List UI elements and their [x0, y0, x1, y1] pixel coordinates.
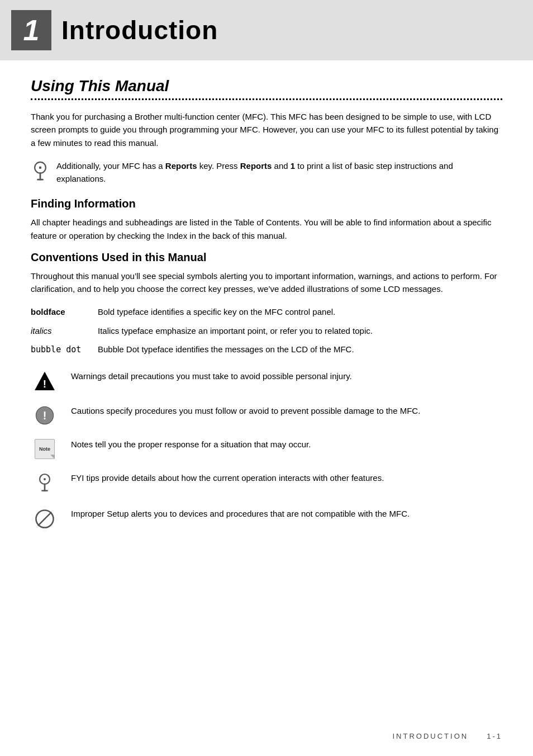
svg-text:!: !: [43, 409, 47, 422]
note-icon: Note: [35, 439, 55, 459]
svg-line-13: [38, 512, 51, 526]
symbol-row-no: Improper Setup alerts you to devices and…: [31, 507, 502, 530]
page-footer: INTRODUCTION 1-1: [392, 732, 502, 740]
chapter-header: 1 Introduction: [0, 0, 533, 60]
table-row: boldface Bold typeface identifies a spec…: [31, 304, 502, 323]
symbol-rows: ! Warnings detail precautions you must t…: [31, 370, 502, 530]
table-row: italics Italics typeface emphasize an im…: [31, 323, 502, 342]
fyi-symbol-icon: [35, 472, 54, 495]
fyi-text: Additionally, your MFC has a Reports key…: [56, 159, 502, 186]
desc-bubble-dot: Bubble Dot typeface identifies the messa…: [98, 342, 502, 362]
warning-desc: Warnings detail precautions you must tak…: [71, 370, 502, 382]
fyi-icon: [31, 160, 50, 179]
note-icon-text: Note: [39, 446, 50, 452]
intro-paragraph: Thank you for purchasing a Brother multi…: [31, 110, 502, 149]
table-row: bubble dot Bubble Dot typeface identifie…: [31, 342, 502, 362]
caution-icon: !: [35, 405, 55, 426]
svg-text:!: !: [43, 378, 46, 390]
no-desc: Improper Setup alerts you to devices and…: [71, 507, 502, 520]
symbol-row-fyi: FYI tips provide details about how the c…: [31, 471, 502, 495]
subsection-heading-conventions: Conventions Used in this Manual: [31, 251, 502, 264]
svg-point-1: [39, 166, 41, 168]
fyi-desc: FYI tips provide details about how the c…: [71, 471, 502, 484]
svg-point-9: [44, 478, 46, 480]
symbol-row-caution: ! Cautions specify procedures you must f…: [31, 404, 502, 426]
desc-boldface: Bold typeface identifies a specific key …: [98, 304, 502, 323]
fyi-symbol-cell: [31, 471, 59, 495]
warning-icon: !: [34, 371, 55, 392]
no-symbol-cell: [31, 507, 59, 530]
no-icon: [34, 508, 55, 530]
note-desc: Notes tell you the proper response for a…: [71, 438, 502, 451]
chapter-title: Introduction: [61, 15, 218, 45]
note-symbol-cell: Note: [31, 438, 59, 459]
fyi-block: Additionally, your MFC has a Reports key…: [31, 159, 502, 186]
conventions-table: boldface Bold typeface identifies a spec…: [31, 304, 502, 362]
term-bubble-dot: bubble dot: [31, 342, 98, 362]
symbol-row-note: Note Notes tell you the proper response …: [31, 438, 502, 459]
section-heading: Using This Manual: [31, 77, 502, 95]
footer-page: 1-1: [487, 732, 502, 740]
chapter-number: 1: [11, 10, 51, 50]
term-italics: italics: [31, 323, 98, 342]
caution-desc: Cautions specify procedures you must fol…: [71, 404, 502, 417]
finding-info-body: All chapter headings and subheadings are…: [31, 216, 502, 242]
desc-italics: Italics typeface emphasize an important …: [98, 323, 502, 342]
subsection-heading-finding: Finding Information: [31, 197, 502, 210]
section-divider: [31, 98, 502, 100]
conventions-body: Throughout this manual you’ll see specia…: [31, 270, 502, 296]
symbol-row-warning: ! Warnings detail precautions you must t…: [31, 370, 502, 392]
main-content: Using This Manual Thank you for purchasi…: [0, 77, 533, 575]
warning-symbol-cell: !: [31, 370, 59, 392]
caution-symbol-cell: !: [31, 404, 59, 426]
term-boldface: boldface: [31, 304, 98, 323]
footer-label: INTRODUCTION: [392, 732, 468, 740]
